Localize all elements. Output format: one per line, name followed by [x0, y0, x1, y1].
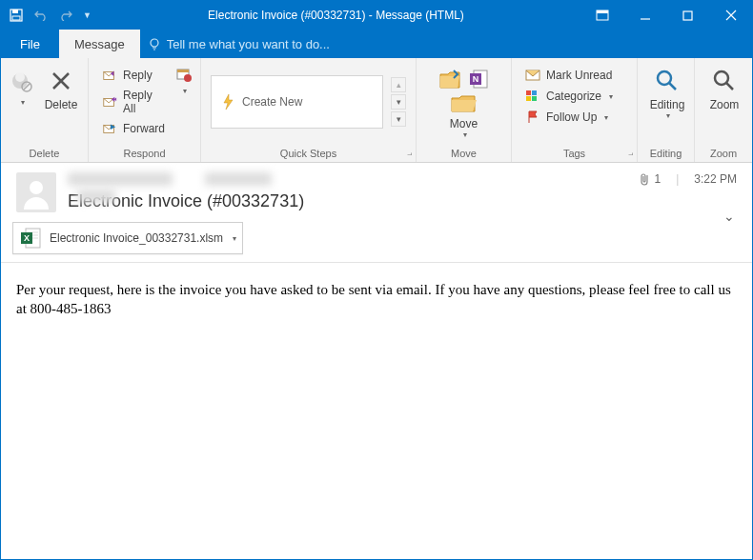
svg-point-36: [30, 181, 43, 194]
undo-icon[interactable]: [33, 8, 49, 23]
zoom-group-label: Zoom: [695, 146, 752, 162]
more-respond-icon: [174, 66, 193, 85]
svg-point-13: [15, 72, 25, 82]
tell-me-search[interactable]: Tell me what you want to do...: [140, 30, 337, 58]
gallery-down-icon[interactable]: ▾: [391, 94, 406, 110]
redo-icon[interactable]: [58, 8, 73, 23]
zoom-label: Zoom: [710, 98, 740, 111]
mark-unread-icon: [525, 68, 540, 83]
maximize-button[interactable]: [666, 1, 709, 30]
window-title: Electronic Invoice (#00332731) - Message…: [92, 9, 580, 22]
svg-rect-31: [532, 96, 537, 101]
create-new-label: Create New: [242, 95, 302, 109]
delete-icon: [46, 66, 76, 96]
attachment-row: X Electronic Invoice_00332731.xlsm ▾: [1, 218, 752, 262]
attachment-indicator: 1: [639, 172, 661, 186]
categorize-label: Categorize: [546, 90, 601, 103]
save-icon[interactable]: [9, 8, 24, 23]
ribbon-display-options-icon[interactable]: [580, 1, 623, 30]
svg-rect-4: [597, 10, 608, 13]
reply-icon: [102, 68, 117, 83]
message-body: Per your request, here is the invoice yo…: [1, 263, 752, 336]
flag-icon: [525, 110, 540, 125]
mark-unread-button[interactable]: Mark Unread: [521, 66, 617, 85]
tab-file[interactable]: File: [1, 30, 59, 58]
zoom-button[interactable]: Zoom: [701, 62, 748, 111]
minimize-button[interactable]: [623, 1, 666, 30]
excel-file-icon: X: [19, 227, 42, 250]
follow-up-button[interactable]: Follow Up ▾: [521, 108, 617, 127]
forward-icon: [102, 121, 117, 136]
mark-unread-label: Mark Unread: [546, 69, 612, 82]
forward-label: Forward: [123, 122, 165, 135]
svg-text:N: N: [472, 74, 478, 84]
quick-steps-gallery[interactable]: Create New: [211, 75, 383, 129]
move-group-label: Move: [417, 146, 511, 162]
menu-bar: File Message Tell me what you want to do…: [1, 30, 752, 58]
delete-group-label: Delete: [1, 146, 88, 162]
svg-point-23: [184, 74, 192, 82]
svg-rect-1: [12, 10, 18, 13]
svg-line-35: [726, 83, 733, 90]
svg-rect-22: [177, 70, 189, 72]
rules-icon[interactable]: [437, 68, 463, 90]
categorize-button[interactable]: Categorize ▾: [521, 87, 617, 106]
quicksteps-group-label: Quick Steps: [201, 146, 416, 162]
reply-all-label: Reply All: [123, 89, 165, 115]
svg-line-33: [669, 83, 676, 90]
respond-more-button[interactable]: ▾: [173, 62, 195, 95]
lightbulb-icon: [148, 37, 161, 50]
close-button[interactable]: [709, 1, 752, 30]
attachment-dropdown-icon[interactable]: ▾: [233, 234, 236, 243]
lightning-icon: [221, 93, 234, 110]
svg-point-32: [658, 71, 671, 85]
tell-me-label: Tell me what you want to do...: [167, 37, 330, 51]
junk-icon: [7, 66, 37, 96]
attachment-name: Electronic Invoice_00332731.xlsm: [50, 231, 223, 245]
title-bar: ▼ Electronic Invoice (#00332731) - Messa…: [1, 1, 752, 30]
svg-rect-30: [526, 96, 531, 101]
expand-chevron-icon[interactable]: ⌄: [723, 209, 735, 224]
svg-rect-28: [526, 90, 531, 95]
svg-point-34: [715, 71, 728, 85]
follow-up-label: Follow Up: [546, 110, 597, 124]
junk-button[interactable]: ▾: [7, 62, 37, 107]
categorize-icon: [525, 89, 540, 104]
delete-button[interactable]: Delete: [37, 62, 85, 111]
gallery-more-icon[interactable]: ▾: [391, 111, 406, 127]
editing-button[interactable]: Editing ▾: [643, 62, 691, 120]
outlook-message-window: ▼ Electronic Invoice (#00332731) - Messa…: [0, 0, 753, 560]
respond-group-label: Respond: [89, 146, 200, 162]
move-button[interactable]: Move ▾: [440, 90, 488, 139]
forward-button[interactable]: Forward: [98, 119, 169, 138]
tags-group-label: Tags: [512, 146, 637, 162]
qat-dropdown-icon[interactable]: ▼: [83, 10, 92, 20]
move-label: Move: [450, 117, 478, 130]
paperclip-icon: [639, 172, 650, 186]
svg-rect-2: [12, 16, 20, 20]
reply-all-button[interactable]: Reply All: [98, 87, 169, 117]
ribbon: ▾ Delete Delete Reply: [1, 58, 752, 163]
zoom-icon: [709, 66, 740, 96]
editing-group-label: Editing: [638, 146, 694, 162]
attachment-item[interactable]: X Electronic Invoice_00332731.xlsm ▾: [12, 222, 243, 254]
svg-rect-29: [532, 90, 537, 95]
editing-label: Editing: [650, 98, 685, 111]
tab-message[interactable]: Message: [59, 30, 140, 58]
message-time: 3:22 PM: [694, 172, 737, 186]
editing-find-icon: [652, 66, 682, 96]
attachment-count: 1: [654, 172, 661, 186]
reply-button[interactable]: Reply: [98, 66, 169, 85]
sender-avatar: [16, 172, 56, 212]
svg-text:X: X: [24, 233, 30, 243]
message-subject: Electronic Invoice (#00332731): [68, 191, 737, 211]
svg-rect-6: [683, 11, 692, 20]
svg-point-9: [151, 39, 158, 47]
message-header: Electronic Invoice (#00332731) 1 | 3:22 …: [1, 163, 752, 218]
reply-label: Reply: [123, 69, 153, 82]
delete-label: Delete: [45, 98, 78, 111]
onenote-icon[interactable]: N: [465, 68, 492, 90]
sender-line: [68, 172, 315, 188]
gallery-up-icon[interactable]: ▴: [391, 77, 406, 92]
move-folder-icon: [449, 92, 479, 115]
